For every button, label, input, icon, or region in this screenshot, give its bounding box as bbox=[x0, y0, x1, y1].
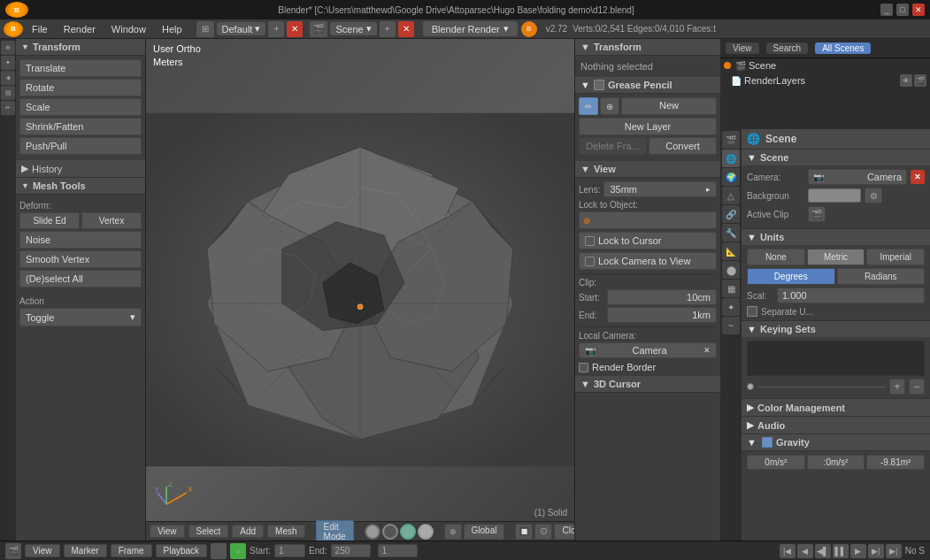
gp-delete-btn[interactable]: Delete Fra... bbox=[579, 137, 647, 155]
vp-add-btn[interactable]: Add bbox=[232, 525, 264, 538]
push-pull-button[interactable]: Push/Pull bbox=[19, 137, 142, 155]
render-border-checkbox[interactable] bbox=[579, 363, 588, 372]
props-tab-texture[interactable]: ▦ bbox=[722, 280, 740, 297]
status-view-btn[interactable]: View bbox=[25, 544, 60, 557]
props-tab-data[interactable]: 📐 bbox=[722, 242, 740, 260]
close-button[interactable]: ✕ bbox=[912, 4, 925, 16]
gp-eraser-icon[interactable]: ⊕ bbox=[600, 97, 619, 115]
tool-icon-1[interactable]: ⊕ bbox=[1, 41, 15, 55]
units-radians-btn[interactable]: Radians bbox=[837, 268, 926, 285]
props-tab-render[interactable]: 🎬 bbox=[722, 131, 740, 149]
outliner-search-btn[interactable]: Search bbox=[766, 42, 809, 54]
status-audio-icon[interactable]: ♪ bbox=[230, 543, 246, 559]
play-btn[interactable]: ▶ bbox=[850, 544, 866, 558]
gp-pencil-icon[interactable]: ✏ bbox=[579, 97, 598, 115]
menu-render[interactable]: Render bbox=[57, 22, 103, 36]
smooth-vertex-button[interactable]: Smooth Vertex bbox=[19, 250, 142, 268]
local-camera-btn[interactable]: 📷 Camera ✕ bbox=[579, 342, 717, 358]
vp-mesh-btn[interactable]: Mesh bbox=[267, 525, 304, 538]
history-header[interactable]: ▶ History bbox=[16, 160, 145, 178]
grease-pencil-header[interactable]: ▼ Grease Pencil bbox=[575, 77, 720, 94]
pivot-icon-btn[interactable]: ⊕ bbox=[444, 524, 462, 540]
clip-end-value[interactable]: 1km bbox=[607, 307, 717, 323]
background-settings-btn[interactable]: ⚙ bbox=[865, 188, 882, 203]
clip-start-value[interactable]: 10cm bbox=[607, 289, 717, 305]
lock-object-field[interactable]: ⊕ bbox=[579, 211, 717, 229]
props-tab-world[interactable]: 🌍 bbox=[722, 168, 740, 186]
status-frame-btn[interactable]: Frame bbox=[111, 544, 152, 557]
tool-icon-4[interactable]: ▤ bbox=[1, 86, 15, 100]
active-clip-icon[interactable]: 🎬 bbox=[808, 206, 826, 222]
workspace-add-btn[interactable]: + bbox=[268, 21, 284, 37]
viewport[interactable]: User Ortho Meters bbox=[146, 39, 574, 541]
mesh-tools-header[interactable]: ▼ Mesh Tools bbox=[16, 178, 145, 195]
step-back-btn[interactable]: ◀ bbox=[797, 544, 813, 558]
vp-mode-dropdown[interactable]: Edit Mode bbox=[316, 520, 354, 541]
play-back-btn[interactable]: ◀▌ bbox=[815, 544, 831, 558]
props-tab-particles[interactable]: ✦ bbox=[722, 298, 740, 316]
shading-solid-btn[interactable] bbox=[365, 524, 380, 540]
units-metric-btn[interactable]: Metric bbox=[807, 249, 865, 265]
scale-button[interactable]: Scale bbox=[19, 98, 142, 116]
separate-u-checkbox[interactable] bbox=[747, 306, 757, 317]
background-color[interactable] bbox=[808, 188, 861, 203]
vp-select-btn[interactable]: Select bbox=[188, 525, 229, 538]
status-start-value[interactable]: 1 bbox=[274, 544, 305, 557]
keying-add-btn[interactable]: + bbox=[889, 379, 905, 395]
menu-file[interactable]: File bbox=[25, 22, 55, 36]
scene-section-header[interactable]: ▼ Scene bbox=[742, 150, 930, 165]
render-layers-item[interactable]: 📄 RenderLayers 👁 🎬 bbox=[720, 73, 930, 88]
camera-x-btn[interactable]: ✕ bbox=[911, 170, 925, 184]
props-tab-material[interactable]: ⬤ bbox=[722, 261, 740, 279]
gp-checkbox[interactable] bbox=[594, 80, 604, 90]
local-cam-x-icon[interactable]: ✕ bbox=[703, 346, 711, 355]
step-fwd-btn[interactable]: ▶| bbox=[868, 544, 884, 558]
status-marker-btn[interactable]: Marker bbox=[64, 544, 107, 557]
audio-header[interactable]: ▶ Audio bbox=[742, 417, 930, 434]
vertex-button[interactable]: Vertex bbox=[81, 212, 142, 229]
scene-dropdown[interactable]: Scene ▾ bbox=[330, 22, 376, 35]
render-engine-dropdown[interactable]: Blender Render ▾ bbox=[423, 21, 518, 36]
props-tab-object[interactable]: △ bbox=[722, 187, 740, 204]
shrink-fatten-button[interactable]: Shrink/Fatten bbox=[19, 118, 142, 135]
rp-transform-header[interactable]: ▼ Transform bbox=[575, 39, 720, 56]
camera-value[interactable]: 📷 Camera bbox=[808, 169, 907, 185]
workspace-dropdown[interactable]: Default ▾ bbox=[217, 22, 266, 35]
vp-view-btn[interactable]: View bbox=[150, 525, 185, 538]
shading-render-btn[interactable] bbox=[418, 524, 434, 540]
menu-window[interactable]: Window bbox=[104, 22, 153, 36]
lock-cursor-checkbox[interactable] bbox=[585, 236, 595, 246]
minimize-button[interactable]: _ bbox=[880, 4, 893, 16]
gp-new-layer-btn[interactable]: New Layer bbox=[579, 118, 717, 135]
lock-cursor-btn[interactable]: Lock to Cursor bbox=[579, 232, 717, 249]
gravity-x[interactable]: 0m/s² bbox=[747, 455, 805, 470]
scene-close-btn[interactable]: ✕ bbox=[398, 21, 414, 37]
next-keyframe-btn[interactable]: ▶| bbox=[886, 544, 902, 558]
prev-keyframe-btn[interactable]: |◀ bbox=[780, 544, 795, 558]
props-tab-modifier[interactable]: 🔧 bbox=[722, 224, 740, 242]
menu-help[interactable]: Help bbox=[155, 22, 189, 36]
deselect-all-button[interactable]: (De)select All bbox=[19, 270, 142, 288]
gravity-z[interactable]: -9.81m² bbox=[866, 455, 925, 470]
status-current-frame[interactable]: 1 bbox=[378, 544, 418, 557]
action-dropdown[interactable]: Toggle ▾ bbox=[19, 308, 142, 326]
tool-icon-5[interactable]: ✏ bbox=[1, 101, 15, 115]
status-lock-icon[interactable] bbox=[211, 543, 227, 559]
props-tab-scene[interactable]: 🌐 bbox=[722, 150, 740, 167]
color-management-header[interactable]: ▶ Color Management bbox=[742, 399, 930, 417]
props-tab-physics[interactable]: ~ bbox=[722, 317, 740, 334]
view-section-header[interactable]: ▼ View bbox=[575, 161, 720, 178]
translate-button[interactable]: Translate bbox=[19, 59, 142, 77]
maximize-button[interactable]: □ bbox=[896, 4, 909, 16]
viewport-canvas[interactable] bbox=[146, 39, 574, 541]
scene-tree-item[interactable]: 🎬 Scene bbox=[720, 58, 930, 73]
slide-edge-button[interactable]: Slide Ed bbox=[19, 212, 80, 229]
keying-sets-header[interactable]: ▼ Keying Sets bbox=[742, 321, 930, 337]
status-playback-btn[interactable]: Playback bbox=[156, 544, 208, 557]
gravity-header[interactable]: ▼ Gravity bbox=[742, 434, 930, 451]
snap-mode-btn[interactable]: Closest bbox=[554, 524, 574, 540]
units-degrees-btn[interactable]: Degrees bbox=[747, 268, 835, 285]
scene-add-btn[interactable]: + bbox=[380, 21, 396, 37]
lens-value-btn[interactable]: 35mm ▸ bbox=[603, 181, 717, 197]
units-section-header[interactable]: ▼ Units bbox=[742, 229, 930, 245]
